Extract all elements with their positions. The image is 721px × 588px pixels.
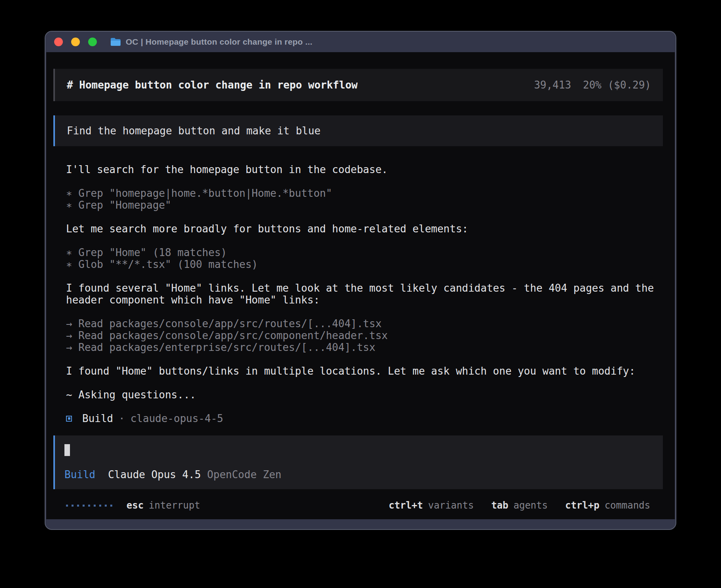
tool-call-group: ∗ Grep "homepage|home.*button|Home.*butt… xyxy=(66,187,663,211)
input-model-label: Claude Opus 4.5 xyxy=(108,469,201,481)
interrupt-label: interrupt xyxy=(149,499,200,511)
shortcut-hint-commands: ctrl+pcommands xyxy=(565,499,650,511)
assistant-text: I'll search for the homepage button in t… xyxy=(66,164,663,175)
spinner-dot xyxy=(83,505,85,507)
input-meta: Build Claude Opus 4.5 OpenCode Zen xyxy=(64,469,652,481)
token-count: 39,413 xyxy=(534,79,571,91)
minimize-button[interactable] xyxy=(71,38,80,46)
user-message: Find the homepage button and make it blu… xyxy=(53,115,663,146)
spinner-dot xyxy=(72,505,74,507)
shortcut-label: variants xyxy=(428,499,474,511)
shortcut-key: ctrl+t xyxy=(389,499,423,511)
agent-model: claude-opus-4-5 xyxy=(130,413,223,424)
spinner-dots-icon xyxy=(66,505,112,507)
tool-call-group: ∗ Grep "Home" (18 matches)∗ Glob "**/*.t… xyxy=(66,247,663,270)
zoom-button[interactable] xyxy=(88,38,97,46)
tool-call-group: → Read packages/console/app/src/routes/[… xyxy=(66,318,663,353)
assistant-text: Let me search more broadly for buttons a… xyxy=(66,223,663,235)
input-agent-label: Build xyxy=(64,469,95,481)
spinner-dot xyxy=(110,505,112,507)
session-title: # Homepage button color change in repo w… xyxy=(67,79,358,91)
interrupt-key: esc xyxy=(126,499,143,511)
tool-call-line: ∗ Glob "**/*.tsx" (100 matches) xyxy=(66,258,663,270)
assistant-text: I found several "Home" links. Let me loo… xyxy=(66,282,663,306)
tool-call-line: ∗ Grep "homepage|home.*button|Home.*butt… xyxy=(66,187,663,199)
shortcut-hint-variants: ctrl+tvariants xyxy=(389,499,474,511)
window-title: OC | Homepage button color change in rep… xyxy=(126,37,312,47)
spinner-dot xyxy=(77,505,79,507)
close-button[interactable] xyxy=(54,38,63,46)
spinner-dot xyxy=(94,505,96,507)
tool-call-line: → Read packages/console/app/src/componen… xyxy=(66,330,663,341)
assistant-text: I found "Home" buttons/links in multiple… xyxy=(66,365,663,377)
shortcut-label: agents xyxy=(513,499,548,511)
title-bar[interactable]: OC | Homepage button color change in rep… xyxy=(45,32,676,52)
text-cursor xyxy=(64,444,70,456)
shortcut-hints: ctrl+tvariantstabagentsctrl+pcommands xyxy=(389,499,650,511)
shortcut-hint-agents: tabagents xyxy=(491,499,548,511)
status-left: esc interrupt xyxy=(66,499,200,511)
agent-name: Build xyxy=(82,413,113,424)
agent-status-line: Build · claude-opus-4-5 xyxy=(53,413,663,424)
traffic-lights xyxy=(54,38,97,46)
spinner-dot xyxy=(66,505,68,507)
transcript: I'll search for the homepage button in t… xyxy=(53,164,663,401)
status-line: ~ Asking questions... xyxy=(66,389,663,401)
app-window: OC | Homepage button color change in rep… xyxy=(45,31,676,530)
tool-call-line: → Read packages/enterprise/src/routes/[.… xyxy=(66,341,663,353)
tool-call-line: ∗ Grep "Home" (18 matches) xyxy=(66,247,663,258)
shortcut-key: ctrl+p xyxy=(565,499,600,511)
user-message-text: Find the homepage button and make it blu… xyxy=(67,125,321,137)
spinner-dot xyxy=(105,505,107,507)
session-header: # Homepage button color change in repo w… xyxy=(53,69,663,101)
folder-icon xyxy=(110,38,121,46)
prompt-input[interactable]: Build Claude Opus 4.5 OpenCode Zen xyxy=(53,435,663,489)
spinner-dot xyxy=(88,505,90,507)
tool-call-line: ∗ Grep "Homepage" xyxy=(66,199,663,211)
separator-dot: · xyxy=(119,413,125,424)
status-bar: esc interrupt ctrl+tvariantstabagentsctr… xyxy=(53,499,663,511)
spinner-dot xyxy=(99,505,101,507)
input-provider-label: OpenCode Zen xyxy=(207,469,281,481)
shortcut-label: commands xyxy=(604,499,650,511)
interrupt-hint: esc interrupt xyxy=(126,499,200,511)
context-cost: 20% ($0.29) xyxy=(583,79,651,91)
shortcut-key: tab xyxy=(491,499,508,511)
session-stats: 39,413 20% ($0.29) xyxy=(534,79,651,91)
tool-call-line: → Read packages/console/app/src/routes/[… xyxy=(66,318,663,330)
terminal-view: # Homepage button color change in repo w… xyxy=(46,52,675,519)
agent-task-icon xyxy=(66,416,72,422)
